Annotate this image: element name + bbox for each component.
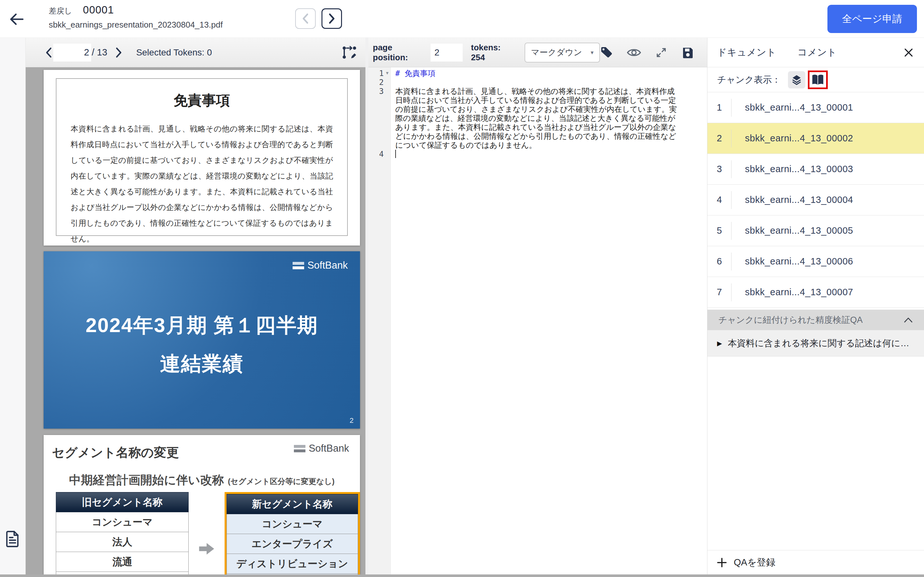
editor-line: 4	[368, 150, 707, 159]
dropdown-caret-icon: ▾	[591, 49, 594, 56]
next-page-button[interactable]	[114, 47, 123, 58]
chunk-label: sbkk_earni...4_13_00001	[732, 102, 853, 113]
book-view-toggle[interactable]	[810, 73, 825, 87]
expand-button[interactable]	[655, 47, 667, 59]
book-icon-highlight-box	[808, 71, 828, 89]
right-panel-empty-area	[708, 356, 924, 550]
old-segment-table-header: 旧セグメント名称	[56, 492, 189, 512]
table-row-partial	[56, 572, 189, 575]
close-panel-button[interactable]	[903, 47, 914, 58]
table-row: 流通	[56, 552, 189, 572]
pdf-panel: / 13 Selected Tokens: 0	[26, 38, 365, 574]
chunk-label: sbkk_earni...4_13_00007	[732, 287, 853, 298]
save-icon	[682, 46, 694, 59]
layers-view-toggle[interactable]	[788, 71, 805, 89]
disclaimer-title: 免責事項	[57, 91, 347, 110]
selected-tokens-label: Selected Tokens: 0	[136, 47, 212, 58]
softbank-logo: SoftBank	[294, 443, 349, 454]
softbank-logo-bars-icon	[292, 262, 304, 269]
line-number: 4	[379, 150, 384, 159]
line-number: 3	[379, 87, 384, 96]
save-button[interactable]	[682, 46, 694, 59]
page-total-label: / 13	[92, 47, 107, 58]
qa-section-header: チャンクに紐付けられた精度検証QA	[708, 309, 924, 330]
chunk-row[interactable]: 4 sbkk_earni...4_13_00004	[708, 185, 924, 215]
eye-icon	[627, 47, 641, 58]
window-bottom-edge	[0, 574, 924, 577]
slide-title-line2: 連結業績	[44, 350, 360, 378]
tab-comment[interactable]: コメント	[797, 46, 837, 59]
editor-line: 1▾ # 免責事項	[368, 69, 707, 78]
line-number: 2	[379, 78, 384, 87]
top-header: 差戻し 00001 sbkk_earnings_presentation_202…	[0, 0, 924, 38]
softbank-logo-text: SoftBank	[307, 259, 348, 271]
play-triangle-icon[interactable]: ▶	[717, 340, 722, 347]
app-root: 差戻し 00001 sbkk_earnings_presentation_202…	[0, 0, 924, 577]
chunk-row[interactable]: 3 sbkk_earni...4_13_00003	[708, 154, 924, 185]
submit-all-pages-button[interactable]: 全ページ申請	[827, 5, 917, 33]
token-edit-button[interactable]	[342, 45, 357, 60]
format-select-value: マークダウン	[531, 47, 582, 58]
chunk-row[interactable]: 1 sbkk_earni...4_13_00001	[708, 92, 924, 123]
chunk-row-selected[interactable]: 2 sbkk_earni...4_13_00002	[708, 123, 924, 154]
close-icon	[903, 47, 914, 58]
tag-icon	[600, 46, 613, 59]
qa-item[interactable]: ▶ 本資料に含まれる将来に関する記述は何に…	[708, 330, 924, 356]
chevron-left-icon	[44, 47, 53, 58]
line-number: 1	[379, 69, 384, 78]
chunk-label: sbkk_earni...4_13_00004	[732, 195, 853, 205]
page-number-input[interactable]	[53, 44, 91, 61]
prev-page-button[interactable]	[44, 47, 53, 58]
editor-toolbar-icons	[600, 46, 694, 59]
qa-collapse-button[interactable]	[903, 316, 913, 324]
table-row: エンタープライズ	[226, 534, 358, 554]
tab-document[interactable]: ドキュメント	[717, 46, 776, 59]
slide-title-line1: 2024年3月期 第１四半期	[44, 311, 360, 339]
chunk-label: sbkk_earni...4_13_00006	[732, 256, 853, 267]
chunk-row[interactable]: 7 sbkk_earni...4_13_00007	[708, 277, 924, 308]
back-button[interactable]	[8, 11, 25, 27]
left-rail	[0, 38, 26, 574]
preview-button[interactable]	[627, 47, 641, 58]
new-segment-table: 新セグメント名称 コンシューマ エンタープライズ ディストリビューション	[226, 494, 358, 574]
slide-page-number: 2	[350, 416, 354, 425]
page-position-input[interactable]	[431, 44, 463, 61]
document-icon[interactable]	[5, 530, 20, 548]
document-id: 00001	[83, 4, 114, 16]
chunk-row[interactable]: 5 sbkk_earni...4_13_00005	[708, 215, 924, 246]
chunk-index: 5	[708, 226, 731, 236]
tag-button[interactable]	[600, 46, 613, 59]
register-qa-button[interactable]: QAを登録	[708, 550, 924, 574]
pdf-viewport[interactable]: 免責事項 本資料に含まれる計画、見通し、戦略その他の将来に関する記述は、本資料作…	[26, 67, 365, 574]
markdown-editor-panel: page position: tokens: 254 マークダウン ▾	[368, 38, 707, 574]
book-icon	[811, 74, 825, 86]
qa-section-title: チャンクに紐付けられた精度検証QA	[718, 314, 863, 326]
chunk-label: sbkk_earni...4_13_00002	[732, 133, 853, 143]
chunk-index: 6	[708, 256, 731, 267]
markdown-editor[interactable]: 1▾ # 免責事項 2 3 本資料に含まれる計画、見通し、戦略その他の将来に関す…	[368, 67, 707, 574]
right-panel-header: ドキュメント コメント	[708, 38, 924, 67]
next-document-button[interactable]	[321, 8, 342, 29]
table-row: ディストリビューション	[226, 554, 358, 574]
format-select[interactable]: マークダウン ▾	[525, 43, 600, 63]
chunk-label: sbkk_earni...4_13_00003	[732, 164, 853, 174]
old-segment-table: 旧セグメント名称 コンシューマ 法人 流通	[56, 492, 189, 574]
chunk-index: 1	[708, 102, 731, 113]
status-label: 差戻し	[49, 6, 72, 16]
fold-caret-icon[interactable]: ▾	[384, 69, 391, 77]
segment-slide-subtitle: 中期経営計画開始に伴い改称 (セグメント区分等に変更なし)	[44, 472, 360, 488]
chunk-list: 1 sbkk_earni...4_13_00001 2 sbkk_earni..…	[708, 92, 924, 308]
prev-document-button[interactable]	[295, 8, 316, 29]
plus-icon	[716, 557, 727, 568]
editor-line: 2	[368, 78, 707, 87]
disclaimer-box: 免責事項 本資料に含まれる計画、見通し、戦略その他の将来に関する記述は、本資料作…	[56, 78, 348, 236]
chunk-row[interactable]: 6 sbkk_earni...4_13_00006	[708, 246, 924, 277]
page-position-label: page position:	[373, 43, 427, 63]
new-segment-table-highlight: 新セグメント名称 コンシューマ エンタープライズ ディストリビューション	[225, 492, 360, 574]
right-panel: ドキュメント コメント チャンク表示：	[707, 38, 924, 574]
chunk-label: sbkk_earni...4_13_00005	[732, 226, 853, 236]
softbank-logo: SoftBank	[292, 259, 348, 271]
segment-arrow-icon	[189, 540, 224, 558]
segment-subtitle-main: 中期経営計画開始に伴い改称	[69, 474, 224, 487]
disclaimer-body: 本資料に含まれる計画、見通し、戦略その他の将来に関する記述は、本資料作成日時点に…	[71, 121, 333, 245]
